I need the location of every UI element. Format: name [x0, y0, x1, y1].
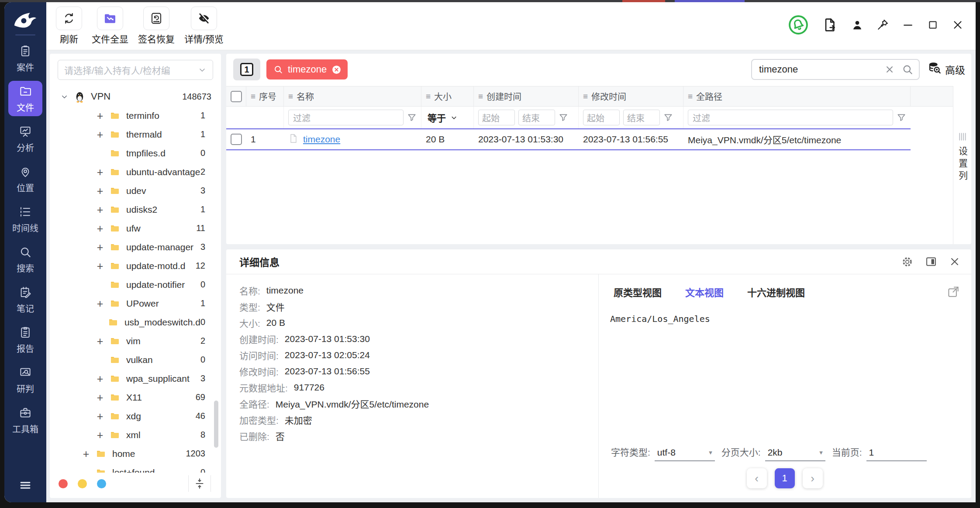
created-end-input[interactable]: 结束	[518, 110, 555, 125]
tree-folder-item[interactable]: + udisks2 1	[50, 200, 221, 219]
sidebar-item-search[interactable]: 搜索	[8, 242, 42, 277]
prev-page-button[interactable]: ‹	[747, 468, 767, 488]
search-submit-icon[interactable]	[901, 63, 914, 76]
expand-plus[interactable]: +	[95, 242, 105, 252]
holder-select[interactable]: 请选择/输入持有人/检材编	[58, 60, 213, 80]
chip-close-icon[interactable]	[331, 64, 342, 75]
tree-folder-item[interactable]: + X11 69	[50, 388, 221, 407]
export-icon[interactable]	[822, 17, 839, 33]
file-name-link[interactable]: timezone	[303, 134, 340, 145]
collapse-splitter-icon[interactable]	[193, 477, 206, 490]
search-filter-chip[interactable]: timezone	[266, 59, 348, 79]
tree-folder-item[interactable]: + terminfo 1	[50, 106, 221, 125]
tree-folder-item[interactable]: update-notifier 0	[50, 275, 221, 294]
expand-plus[interactable]: +	[95, 205, 105, 214]
search-input[interactable]	[759, 64, 878, 75]
sidebar-item-notes[interactable]: 笔记	[8, 282, 42, 317]
tree-folder-item[interactable]: tmpfiles.d 0	[50, 144, 221, 162]
tree-folder-item[interactable]: lost+found 0	[50, 463, 221, 473]
select-all-checkbox[interactable]	[226, 86, 246, 106]
tree-folder-item[interactable]: + xdg 46	[50, 407, 221, 425]
tree-folder-item[interactable]: usb_modeswitch.d 0	[50, 313, 221, 332]
tree-folder-item[interactable]: + udev 3	[50, 181, 221, 200]
sidebar-item-case[interactable]: 案件	[8, 41, 42, 76]
notification-bell-icon[interactable]	[787, 14, 810, 36]
created-start-input[interactable]: 起始	[478, 110, 515, 125]
table-row[interactable]: 1 timezone 20 B 2023-07-13 01:53:30 2023…	[226, 128, 911, 150]
tree-folder-item[interactable]: + thermald 1	[50, 125, 221, 144]
filter-funnel-icon[interactable]	[559, 113, 568, 122]
expand-plus[interactable]: +	[95, 111, 105, 121]
clear-search-icon[interactable]	[884, 64, 895, 75]
close-panel-icon[interactable]	[949, 256, 961, 268]
expand-plus[interactable]: +	[95, 430, 105, 440]
expand-plus[interactable]: +	[95, 167, 105, 177]
row-checkbox[interactable]	[226, 134, 246, 145]
show-all-files-button[interactable]: 文件全显	[92, 7, 128, 45]
sidebar-item-analysis[interactable]: 分析	[8, 121, 42, 156]
tree-root-vpn[interactable]: VPN 148673	[50, 87, 221, 106]
expand-plus[interactable]: +	[95, 299, 105, 308]
column-header-name[interactable]: ≡名称	[284, 86, 421, 106]
close-icon[interactable]	[951, 18, 964, 31]
user-icon[interactable]	[851, 18, 864, 31]
name-filter-input[interactable]: 过滤	[288, 110, 404, 125]
next-page-button[interactable]: ›	[803, 468, 823, 488]
panel-toggle-icon[interactable]	[925, 256, 937, 268]
column-header-size[interactable]: ≡大小	[421, 86, 474, 106]
menu-hamburger-icon[interactable]	[18, 479, 33, 492]
advanced-search-button[interactable]: 高级	[928, 61, 965, 78]
tree-folder-item[interactable]: + update-motd.d 12	[50, 256, 221, 275]
tree-folder-item[interactable]: + wpa_supplicant 3	[50, 369, 221, 388]
charset-select[interactable]: utf-8▾	[655, 447, 715, 461]
tree-folder-item[interactable]: + UPower 1	[50, 294, 221, 313]
path-filter-input[interactable]: 过滤	[688, 110, 893, 125]
filter-funnel-icon[interactable]	[663, 113, 673, 122]
sidebar-item-report[interactable]: 报告	[8, 322, 42, 357]
tree-folder-item[interactable]: + vim 2	[50, 332, 221, 350]
open-external-icon[interactable]	[947, 285, 960, 298]
expand-plus[interactable]: +	[95, 186, 105, 196]
detail-preview-button[interactable]: 详情/预览	[184, 7, 224, 45]
tab-original-view[interactable]: 原类型视图	[614, 285, 662, 299]
pagesize-select[interactable]: 2kb▾	[765, 447, 825, 461]
expand-plus[interactable]: +	[95, 261, 105, 271]
sidebar-item-toolbox[interactable]: 工具箱	[8, 402, 42, 438]
expand-plus[interactable]: +	[95, 393, 105, 402]
expand-plus[interactable]: +	[95, 411, 105, 421]
tree-folder-item[interactable]: + update-manager 3	[50, 238, 221, 256]
filter-funnel-icon[interactable]	[897, 113, 906, 122]
size-operator-select[interactable]: 等于	[426, 111, 459, 124]
column-header-index[interactable]: ≡序号	[246, 86, 284, 106]
refresh-button[interactable]: 刷新	[56, 7, 82, 45]
result-tab[interactable]: 1	[233, 59, 260, 80]
pin-icon[interactable]	[876, 18, 889, 31]
signature-recover-button[interactable]: 签名恢复	[138, 7, 175, 45]
tree-folder-item[interactable]: vulkan 0	[50, 350, 221, 369]
maximize-icon[interactable]	[927, 19, 939, 31]
expand-plus[interactable]: +	[95, 336, 105, 346]
column-header-modified[interactable]: ≡修改时间	[579, 86, 683, 106]
page-1-button[interactable]: 1	[775, 468, 795, 488]
current-page-input[interactable]: 1	[866, 447, 927, 461]
sidebar-item-files[interactable]: 文件	[8, 81, 42, 116]
modified-end-input[interactable]: 结束	[623, 110, 660, 125]
sidebar-item-location[interactable]: 位置	[8, 161, 42, 197]
tree-folder-item[interactable]: + ubuntu-advantage 2	[50, 162, 221, 181]
sidebar-item-timeline[interactable]: 时间线	[8, 201, 42, 237]
column-header-path[interactable]: ≡全路径	[683, 86, 911, 106]
sidebar-item-research[interactable]: 研判	[8, 362, 42, 397]
column-settings-strip[interactable]: 设置列	[953, 86, 971, 244]
tab-hex-view[interactable]: 十六进制视图	[747, 285, 805, 299]
expand-plus[interactable]: +	[95, 374, 105, 384]
tree-folder-item[interactable]: + home 1203	[50, 444, 221, 463]
expand-plus[interactable]: +	[81, 449, 91, 459]
expand-plus[interactable]: +	[95, 130, 105, 139]
filter-funnel-icon[interactable]	[407, 113, 417, 122]
tree-scrollbar[interactable]	[214, 401, 218, 448]
minimize-icon[interactable]	[901, 18, 914, 31]
expand-plus[interactable]: +	[95, 224, 105, 233]
modified-start-input[interactable]: 起始	[583, 110, 620, 125]
tree-folder-item[interactable]: + xml 8	[50, 425, 221, 444]
tab-text-view[interactable]: 文本视图	[685, 285, 724, 299]
